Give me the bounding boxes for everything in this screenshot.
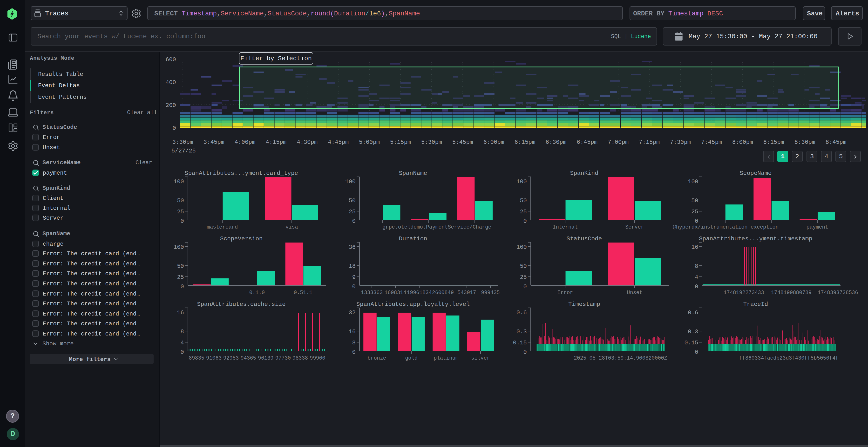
svg-text:16: 16 (177, 309, 184, 316)
svg-text:1748192273433: 1748192273433 (723, 290, 764, 296)
svg-text:mastercard: mastercard (207, 224, 238, 230)
svg-text:Duration: Duration (399, 236, 427, 242)
svg-text:Error: Error (557, 290, 573, 296)
svg-text:6:15pm: 6:15pm (515, 139, 535, 145)
svg-text:25: 25 (520, 274, 527, 281)
svg-text:4:45pm: 4:45pm (328, 139, 349, 145)
svg-text:50: 50 (520, 263, 527, 270)
svg-text:100: 100 (688, 178, 698, 185)
svg-text:8: 8 (181, 329, 184, 335)
svg-text:bronze: bronze (368, 355, 386, 361)
svg-text:0: 0 (181, 283, 184, 290)
svg-text:SpanAttributes...yment.timesta: SpanAttributes...yment.timestamp (699, 236, 812, 242)
svg-text:16: 16 (691, 244, 698, 250)
svg-text:0.6: 0.6 (688, 309, 698, 316)
svg-text:89835: 89835 (189, 355, 205, 361)
svg-text:0: 0 (352, 283, 355, 290)
svg-text:Unset: Unset (627, 290, 643, 296)
svg-text:0: 0 (181, 349, 184, 355)
svg-text:0.15: 0.15 (513, 340, 527, 346)
svg-text:5:15pm: 5:15pm (390, 139, 411, 145)
svg-text:543017: 543017 (457, 290, 476, 296)
svg-text:ScopeName: ScopeName (740, 170, 772, 176)
svg-text:5/27/25: 5/27/25 (172, 148, 196, 154)
svg-text:4:30pm: 4:30pm (297, 139, 317, 145)
svg-text:91063: 91063 (206, 355, 222, 361)
svg-text:8: 8 (352, 340, 355, 346)
svg-text:50: 50 (349, 198, 355, 204)
svg-text:96139: 96139 (258, 355, 274, 361)
svg-text:2600849: 2600849 (432, 290, 454, 296)
svg-text:25: 25 (691, 209, 698, 215)
svg-text:100: 100 (174, 244, 184, 250)
svg-text:999435: 999435 (481, 290, 500, 296)
svg-text:ff860334facdb23d3f430ff5b5050f: ff860334facdb23d3f430ff5b5050f4f (739, 355, 839, 361)
svg-text:6:30pm: 6:30pm (546, 139, 566, 145)
svg-text:platinum: platinum (434, 355, 458, 361)
svg-text:0: 0 (695, 349, 698, 355)
svg-text:7:15pm: 7:15pm (639, 139, 660, 145)
svg-text:payment: payment (807, 224, 828, 230)
svg-text:7:45pm: 7:45pm (701, 139, 722, 145)
svg-text:1748199880789: 1748199880789 (771, 290, 812, 296)
svg-text:1698314: 1698314 (384, 290, 406, 296)
svg-text:400: 400 (166, 79, 176, 86)
svg-text:SpanAttributes.app.loyalty.lev: SpanAttributes.app.loyalty.level (356, 301, 470, 308)
svg-text:5:00pm: 5:00pm (359, 139, 380, 145)
svg-text:92953: 92953 (223, 355, 239, 361)
svg-text:8:45pm: 8:45pm (826, 139, 846, 145)
svg-text:0.15: 0.15 (684, 340, 698, 346)
svg-text:7:00pm: 7:00pm (608, 139, 628, 145)
svg-text:25: 25 (177, 274, 184, 281)
svg-text:9: 9 (352, 274, 355, 281)
svg-text:4: 4 (695, 274, 698, 281)
svg-text:6:00pm: 6:00pm (484, 139, 504, 145)
svg-text:0: 0 (352, 218, 355, 225)
svg-text:SpanKind: SpanKind (570, 170, 598, 176)
svg-text:100: 100 (174, 178, 184, 185)
svg-text:6:45pm: 6:45pm (577, 139, 597, 145)
svg-text:Internal: Internal (553, 224, 578, 230)
svg-text:100: 100 (517, 178, 527, 185)
svg-text:3:45pm: 3:45pm (204, 139, 224, 145)
svg-text:8:00pm: 8:00pm (732, 139, 753, 145)
svg-text:50: 50 (691, 198, 698, 204)
svg-text:0.1.0: 0.1.0 (249, 290, 265, 296)
svg-text:grpc.oteldemo.PaymentService/C: grpc.oteldemo.PaymentService/Charge (382, 224, 491, 230)
svg-text:50: 50 (177, 263, 184, 270)
svg-text:SpanAttributes.cache.size: SpanAttributes.cache.size (197, 301, 286, 308)
svg-text:94365: 94365 (241, 355, 256, 361)
svg-text:25: 25 (520, 209, 527, 215)
svg-text:SpanAttributes...yment.card_ty: SpanAttributes...yment.card_type (185, 170, 298, 176)
svg-text:0: 0 (352, 349, 355, 355)
svg-text:5:30pm: 5:30pm (421, 139, 442, 145)
svg-text:0: 0 (523, 218, 527, 225)
svg-text:4:15pm: 4:15pm (266, 139, 286, 145)
svg-text:SpanName: SpanName (399, 170, 427, 176)
svg-text:32: 32 (349, 309, 355, 316)
svg-text:0: 0 (695, 218, 698, 225)
svg-text:97730: 97730 (275, 355, 291, 361)
svg-text:Timestamp: Timestamp (568, 301, 600, 308)
svg-text:50: 50 (520, 198, 527, 204)
svg-text:ScopeVersion: ScopeVersion (220, 236, 262, 242)
svg-text:50: 50 (177, 198, 184, 204)
svg-text:0: 0 (523, 283, 527, 290)
svg-text:silver: silver (471, 355, 490, 361)
svg-text:99900: 99900 (310, 355, 326, 361)
svg-text:0.3: 0.3 (517, 329, 527, 335)
svg-text:0: 0 (695, 283, 698, 290)
svg-text:18: 18 (349, 263, 355, 270)
svg-text:Server: Server (625, 224, 644, 230)
svg-text:4:00pm: 4:00pm (235, 139, 255, 145)
svg-text:0: 0 (173, 125, 176, 132)
svg-text:600: 600 (166, 56, 176, 63)
svg-text:7:30pm: 7:30pm (670, 139, 691, 145)
svg-text:2025-05-28T03:59:14.900820000Z: 2025-05-28T03:59:14.900820000Z (574, 355, 667, 361)
svg-text:@hyperdx/instrumentation-excep: @hyperdx/instrumentation-exception (673, 224, 779, 230)
svg-text:25: 25 (349, 209, 355, 215)
svg-text:4: 4 (181, 340, 184, 346)
svg-text:25: 25 (177, 209, 184, 215)
svg-text:3:30pm: 3:30pm (173, 139, 193, 145)
svg-text:200: 200 (166, 102, 176, 109)
